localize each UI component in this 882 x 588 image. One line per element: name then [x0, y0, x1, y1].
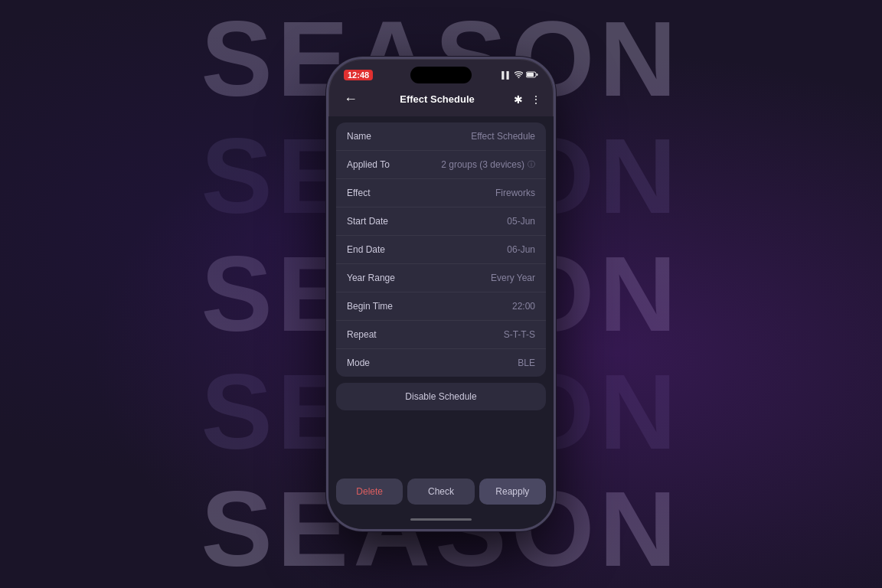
row-year-range[interactable]: Year Range Every Year	[336, 264, 546, 292]
row-applied-label: Applied To	[347, 159, 390, 170]
row-effect-label: Effect	[347, 188, 370, 198]
row-mode-value: BLE	[518, 358, 535, 368]
row-effect-value: Fireworks	[495, 188, 535, 198]
status-time: 12:48	[344, 70, 373, 80]
row-start-value: 05-Jun	[507, 216, 535, 227]
bluetooth-icon[interactable]: ✱	[514, 93, 523, 106]
row-repeat-label: Repeat	[347, 329, 377, 340]
dynamic-island	[410, 67, 472, 83]
row-begin-label: Begin Time	[347, 301, 393, 312]
row-name-value: Effect Schedule	[471, 131, 535, 142]
row-mode-label: Mode	[347, 358, 370, 368]
row-begin-value: 22:00	[512, 301, 535, 312]
row-end-value: 06-Jun	[507, 244, 535, 255]
content-area: Name Effect Schedule Applied To 2 groups…	[328, 116, 554, 472]
row-name[interactable]: Name Effect Schedule	[336, 122, 546, 151]
disable-section: Disable Schedule	[336, 383, 546, 410]
wifi-icon	[514, 71, 523, 80]
nav-bar: ← Effect Schedule ✱ ⋮	[328, 83, 554, 116]
check-button[interactable]: Check	[407, 479, 474, 505]
row-repeat-value: S-T-T-S	[504, 329, 535, 340]
row-year-label: Year Range	[347, 273, 395, 283]
row-start-date[interactable]: Start Date 05-Jun	[336, 207, 546, 236]
row-end-label: End Date	[347, 244, 385, 255]
back-button[interactable]: ←	[341, 88, 361, 110]
phone-body: 12:48 ▌▌ ← Effect	[326, 57, 556, 531]
row-applied-value: 2 groups (3 devices) ⓘ	[441, 159, 535, 170]
home-indicator	[328, 514, 554, 529]
svg-rect-1	[527, 73, 534, 77]
battery-icon	[526, 71, 538, 80]
status-icons: ▌▌	[501, 71, 538, 80]
signal-icon: ▌▌	[501, 71, 511, 79]
reapply-button[interactable]: Reapply	[479, 479, 546, 505]
bottom-actions: Delete Check Reapply	[328, 472, 554, 514]
home-bar	[410, 518, 472, 521]
svg-rect-2	[537, 74, 538, 76]
row-applied-to[interactable]: Applied To 2 groups (3 devices) ⓘ	[336, 151, 546, 179]
row-repeat[interactable]: Repeat S-T-T-S	[336, 321, 546, 349]
row-start-label: Start Date	[347, 216, 388, 227]
more-menu-icon[interactable]: ⋮	[531, 93, 541, 106]
nav-title: Effect Schedule	[400, 93, 475, 105]
info-icon: ⓘ	[528, 159, 535, 170]
delete-button[interactable]: Delete	[336, 479, 403, 505]
row-effect[interactable]: Effect Fireworks	[336, 179, 546, 207]
row-year-value: Every Year	[491, 273, 535, 283]
row-mode[interactable]: Mode BLE	[336, 349, 546, 377]
row-begin-time[interactable]: Begin Time 22:00	[336, 292, 546, 321]
row-end-date[interactable]: End Date 06-Jun	[336, 236, 546, 264]
settings-list: Name Effect Schedule Applied To 2 groups…	[336, 122, 546, 377]
nav-actions: ✱ ⋮	[514, 93, 541, 106]
phone-device: 12:48 ▌▌ ← Effect	[326, 57, 556, 531]
row-name-label: Name	[347, 131, 371, 142]
disable-schedule-button[interactable]: Disable Schedule	[336, 383, 546, 410]
